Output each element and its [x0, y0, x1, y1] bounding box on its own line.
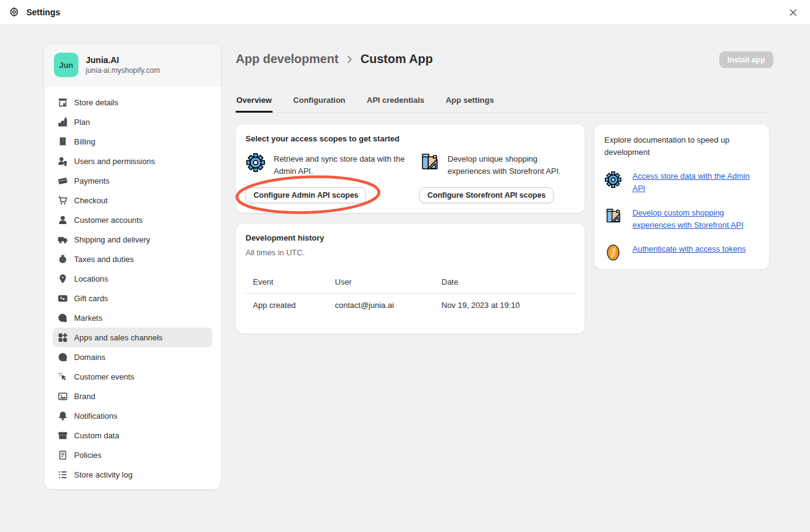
sidebar-item-label: Markets: [74, 313, 102, 323]
access-scopes-card: Select your access scopes to get started…: [236, 124, 585, 213]
receipt-icon: [58, 137, 68, 147]
date-cell: Nov 19, 2023 at 19:10: [434, 294, 575, 317]
location-pin-icon: [58, 274, 68, 284]
storefront-api-scope: Develop unique shopping experiences with…: [419, 152, 575, 203]
sidebar-item-label: Checkout: [74, 196, 108, 205]
store-domain: junia-ai.myshopify.com: [86, 66, 160, 75]
sidebar-item-label: Customer events: [74, 372, 134, 381]
sidebar-item-users-and-permissions[interactable]: Users and permissions: [53, 151, 212, 171]
store-avatar: Jun: [54, 53, 78, 77]
sidebar-item-notifications[interactable]: Notifications: [53, 406, 212, 425]
access-scopes-title: Select your access scopes to get started: [246, 134, 575, 143]
close-button[interactable]: [784, 4, 801, 21]
globe-icon: [58, 352, 68, 362]
store-name: Junia.AI: [86, 55, 160, 65]
storefront-api-description: Develop unique shopping experiences with…: [448, 152, 575, 178]
gift-card-icon: [58, 293, 68, 304]
app-tabs: Overview Configuration API credentials A…: [236, 92, 769, 113]
image-icon: [58, 391, 68, 402]
settings-topbar: Settings: [0, 0, 810, 25]
settings-nav: Store details Plan Billing Users and per…: [44, 86, 221, 489]
sidebar-item-plan[interactable]: Plan: [53, 112, 212, 132]
sidebar-item-label: Gift cards: [74, 294, 108, 303]
cursor-click-icon: [58, 372, 68, 382]
cart-icon: [58, 195, 68, 206]
sidebar-item-shipping-and-delivery[interactable]: Shipping and delivery: [53, 230, 212, 249]
tab-overview[interactable]: Overview: [236, 92, 272, 113]
breadcrumb-app-development[interactable]: App development: [236, 52, 339, 66]
doc-link-row: Authenticate with access tokens: [604, 243, 759, 261]
sidebar-item-gift-cards[interactable]: Gift cards: [53, 288, 212, 308]
sidebar-item-markets[interactable]: Markets: [53, 308, 212, 328]
page-title: Settings: [26, 7, 60, 17]
payment-hand-card-icon: [58, 176, 68, 186]
sidebar-item-label: Taxes and duties: [74, 255, 134, 264]
sidebar-item-label: Payments: [74, 176, 110, 185]
column-header-event: Event: [246, 271, 328, 293]
sidebar-item-label: Policies: [74, 451, 102, 460]
breadcrumb-custom-app: Custom App: [361, 52, 433, 66]
database-icon: [58, 430, 68, 441]
sidebar-item-label: Brand: [74, 392, 96, 401]
configure-storefront-api-scopes-button[interactable]: Configure Storefront API scopes: [419, 187, 553, 203]
breadcrumb: App development Custom App: [236, 52, 433, 66]
table-header-row: Event User Date: [246, 271, 575, 293]
sidebar-item-label: Store activity log: [74, 470, 132, 479]
sidebar-item-payments[interactable]: Payments: [53, 171, 212, 190]
chevron-right-icon: [347, 55, 353, 64]
sidebar-item-apps-and-sales-channels[interactable]: Apps and sales channels: [53, 328, 212, 347]
documentation-title: Explore documentation to speed up develo…: [604, 134, 759, 159]
truck-icon: [58, 234, 68, 245]
sidebar-item-taxes-and-duties[interactable]: Taxes and duties: [53, 249, 212, 269]
sidebar-item-label: Domains: [74, 353, 105, 362]
pixel-coin-icon: [604, 244, 622, 261]
user-key-icon: [58, 156, 68, 167]
table-row: App created contact@junia.ai Nov 19, 202…: [246, 293, 575, 317]
plan-steps-icon: [58, 117, 68, 127]
admin-api-description: Retrieve and sync store data with the Ad…: [274, 152, 412, 178]
user-cell: contact@junia.ai: [328, 294, 434, 317]
document-icon: [58, 450, 68, 460]
doc-link-row: Access store data with the Admin API: [604, 170, 759, 195]
sidebar-item-store-activity-log[interactable]: Store activity log: [53, 465, 212, 484]
list-icon: [58, 470, 68, 480]
admin-api-doc-link[interactable]: Access store data with the Admin API: [632, 170, 759, 195]
install-app-button[interactable]: Install app: [719, 51, 773, 68]
storefront-api-doc-link[interactable]: Develop custom shopping experiences with…: [632, 207, 759, 231]
sidebar-item-brand[interactable]: Brand: [53, 386, 212, 406]
sidebar-item-label: Billing: [74, 137, 96, 146]
sidebar-item-label: Store details: [74, 98, 118, 107]
sidebar-item-policies[interactable]: Policies: [53, 445, 212, 465]
sidebar-item-custom-data[interactable]: Custom data: [53, 425, 212, 445]
sidebar-item-label: Plan: [74, 118, 90, 127]
sidebar-item-customer-accounts[interactable]: Customer accounts: [53, 210, 212, 230]
money-bag-icon: [58, 254, 68, 264]
sidebar-item-label: Users and permissions: [74, 157, 155, 166]
storefront-icon: [58, 97, 68, 108]
development-history-title: Development history: [246, 233, 575, 242]
bell-icon: [58, 411, 68, 421]
sidebar-item-billing[interactable]: Billing: [53, 132, 212, 151]
tab-api-credentials[interactable]: API credentials: [366, 92, 425, 113]
sidebar-item-locations[interactable]: Locations: [53, 269, 212, 288]
sidebar-item-store-details[interactable]: Store details: [53, 92, 212, 112]
event-cell: App created: [246, 294, 328, 317]
documentation-card: Explore documentation to speed up develo…: [594, 124, 769, 269]
apps-grid-plus-icon: [58, 332, 68, 343]
close-icon: [789, 9, 797, 17]
column-header-date: Date: [434, 271, 575, 293]
sidebar-item-checkout[interactable]: Checkout: [53, 190, 212, 210]
configure-admin-api-scopes-button[interactable]: Configure Admin API scopes: [246, 187, 366, 203]
sidebar-item-customer-events[interactable]: Customer events: [53, 367, 212, 386]
sidebar-item-label: Apps and sales channels: [74, 333, 163, 342]
store-profile: Jun Junia.AI junia-ai.myshopify.com: [44, 44, 221, 86]
sidebar-item-domains[interactable]: Domains: [53, 347, 212, 367]
column-header-user: User: [328, 271, 434, 293]
access-tokens-doc-link[interactable]: Authenticate with access tokens: [632, 243, 746, 255]
pixel-storefront-icon: [604, 208, 622, 225]
tab-app-settings[interactable]: App settings: [445, 92, 495, 113]
tab-configuration[interactable]: Configuration: [293, 92, 346, 113]
person-icon: [58, 215, 68, 225]
settings-sidebar: Jun Junia.AI junia-ai.myshopify.com Stor…: [44, 44, 221, 489]
sidebar-item-label: Notifications: [74, 411, 118, 421]
